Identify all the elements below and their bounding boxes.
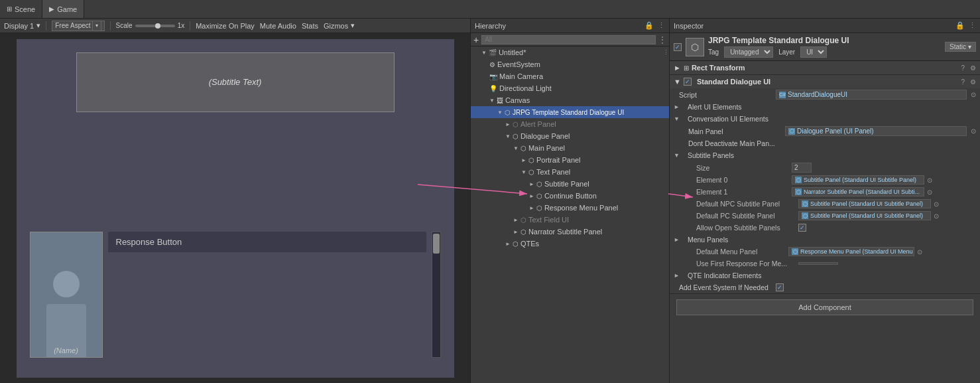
scale-slider[interactable] — [135, 25, 175, 27]
default-menu-value[interactable]: ⬡ Response Menu Panel (Standard UI Menu … — [788, 247, 914, 256]
hierarchy-item-responsemenupanel[interactable]: ► ⬡ Response Menu Panel — [471, 202, 669, 214]
hierarchy-item-canvas[interactable]: ▼ 🖼 Canvas — [471, 94, 669, 106]
avatar-head — [53, 271, 80, 297]
alert-ui-row[interactable]: ► Alert UI Elements — [670, 101, 980, 113]
scale-control[interactable]: Scale 1x — [116, 22, 185, 29]
response-button-1[interactable]: Response Button — [108, 232, 426, 252]
script-label: Script — [674, 91, 773, 99]
subtitle-panels-row[interactable]: ▼ Subtitle Panels — [670, 149, 980, 161]
add-component-button[interactable]: Add Component — [676, 299, 973, 315]
allow-open-label: Allow Open Subtitle Panels — [683, 224, 796, 232]
std-settings-icon[interactable]: ⚙ — [970, 78, 976, 86]
tab-scene[interactable]: ⊞ Scene — [0, 0, 42, 18]
game-panel: Display 1 ▾ Free Aspect ▾ Scale 1x Maxim… — [0, 19, 471, 383]
hierarchy-item-alertpanel[interactable]: ► ⬡ Alert Panel — [471, 118, 669, 130]
camera-icon: 📷 — [489, 73, 497, 80]
object-icon: ⬡ — [686, 38, 704, 56]
alert-expand-icon: ► — [674, 104, 680, 110]
hierarchy-toolbar: + ⋮ — [471, 33, 669, 46]
add-event-label: Add Event System If Needed — [674, 283, 773, 291]
hierarchy-item-directionallight[interactable]: 💡 Directional Light — [471, 82, 669, 94]
dialogue-icon: ⬡ — [513, 133, 519, 140]
hierarchy-item-narratorsubtitlepanel[interactable]: ► ⬡ Narrator Subtitle Panel — [471, 226, 669, 238]
toolbar-sep-1 — [46, 21, 46, 31]
maximize-on-play-button[interactable]: Maximize On Play — [196, 22, 255, 30]
tag-dropdown[interactable]: Untagged — [724, 46, 773, 58]
item-menu-icon: ⋮ — [663, 49, 669, 56]
hierarchy-item-subtitlepanel[interactable]: ► ⬡ Subtitle Panel — [471, 178, 669, 190]
hierarchy-item-jrpg[interactable]: ▼ ⬡ JRPG Template Standard Dialogue UI — [471, 106, 669, 118]
static-button[interactable]: Static ▾ — [945, 42, 976, 52]
std-active-checkbox[interactable] — [684, 78, 692, 86]
inspector-panel: Inspector 🔒 ⋮ ⬡ JRPG Template Standard D… — [670, 19, 980, 383]
main-panel-value[interactable]: ⬡ Dialogue Panel (UI Panel) — [785, 126, 967, 136]
hierarchy-item-qtes[interactable]: ► ⬡ QTEs — [471, 238, 669, 250]
response-scrollbar[interactable] — [432, 232, 441, 358]
add-event-checkbox[interactable] — [776, 283, 784, 291]
object-active-checkbox[interactable] — [674, 43, 682, 51]
subtitle-expand-icon: ► — [529, 181, 534, 187]
rect-question-icon[interactable]: ? — [961, 64, 965, 72]
hierarchy-item-textpanel[interactable]: ▼ ⬡ Text Panel — [471, 166, 669, 178]
default-npc-value[interactable]: ⬡ Subtitle Panel (Standard UI Subtitle P… — [798, 199, 931, 208]
rect-settings-icon[interactable]: ⚙ — [970, 64, 976, 72]
stats-button[interactable]: Stats — [302, 22, 318, 30]
element1-icon: ⬡ — [795, 189, 802, 195]
hierarchy-item-eventsystem[interactable]: ⚙ EventSystem — [471, 58, 669, 70]
hierarchy-item-mainpanel[interactable]: ▼ ⬡ Main Panel — [471, 142, 669, 154]
hierarchy-add-icon[interactable]: + — [473, 35, 479, 45]
hierarchy-item-textfieldui[interactable]: ► ⬡ Text Field UI — [471, 214, 669, 226]
rect-grid-icon: ⊞ — [684, 64, 689, 72]
default-npc-row: Default NPC Subtitle Panel ⬡ Subtitle Pa… — [670, 198, 980, 210]
inspector-lock-icon[interactable]: 🔒 — [955, 21, 965, 30]
menu-panels-row[interactable]: ► Menu Panels — [670, 234, 980, 246]
main-panel-icon: ⬡ — [521, 145, 526, 152]
use-first-row: Use First Response For Me... — [670, 258, 980, 269]
hierarchy-more-icon[interactable]: ⋮ — [658, 21, 665, 30]
display-selector[interactable]: Display 1 ▾ — [4, 21, 40, 30]
hierarchy-more2-icon[interactable]: ⋮ — [658, 35, 666, 44]
qte-row[interactable]: ► QTE Indicator Elements — [670, 269, 980, 281]
hierarchy-item-untitled[interactable]: ▼ 🎬 Untitled* ⋮ — [471, 46, 669, 58]
script-value[interactable]: C# StandardDialogueUI — [776, 90, 967, 100]
textfield-icon: ⬡ — [521, 216, 526, 224]
hierarchy-item-maincamera[interactable]: 📷 Main Camera — [471, 70, 669, 82]
gizmos-button[interactable]: Gizmos ▾ — [324, 21, 355, 30]
hierarchy-item-continuebutton[interactable]: ► ⬡ Continue Button — [471, 190, 669, 202]
element0-label: Element 0 — [683, 176, 789, 184]
element0-value[interactable]: ⬡ Subtitle Panel (Standard UI Subtitle P… — [792, 175, 924, 185]
layer-dropdown[interactable]: UI — [800, 46, 827, 58]
aspect-dropdown[interactable]: Free Aspect ▾ — [52, 21, 104, 31]
element1-label: Element 1 — [683, 188, 789, 196]
avatar-figure — [43, 264, 90, 357]
inspector-header: Inspector 🔒 ⋮ — [670, 19, 980, 33]
canvas-icon: 🖼 — [497, 97, 503, 104]
inspector-header-icons: 🔒 ⋮ — [955, 21, 976, 30]
hierarchy-lock-icon[interactable]: 🔒 — [644, 21, 654, 30]
std-question-icon[interactable]: ? — [961, 78, 965, 86]
mute-audio-button[interactable]: Mute Audio — [260, 22, 296, 30]
object-tags-row: Tag Untagged Layer UI — [708, 46, 941, 58]
default-npc-target-icon: ⊙ — [934, 200, 939, 208]
default-pc-value[interactable]: ⬡ Subtitle Panel (Standard UI Subtitle P… — [798, 211, 931, 220]
hierarchy-search[interactable] — [481, 35, 656, 44]
tab-game[interactable]: ▶ Game — [42, 0, 84, 18]
hierarchy-item-dialoguepanel[interactable]: ▼ ⬡ Dialogue Panel — [471, 130, 669, 142]
element1-value[interactable]: ⬡ Narrator Subtitle Panel (Standard UI S… — [792, 187, 924, 196]
element0-target-icon: ⊙ — [927, 177, 932, 184]
inspector-more-icon[interactable]: ⋮ — [969, 21, 976, 30]
allow-open-checkbox[interactable] — [798, 224, 806, 232]
main-panel-label: Main Panel — [683, 127, 782, 135]
use-first-value[interactable] — [798, 262, 838, 265]
standard-dialogue-header[interactable]: ▼ Standard Dialogue UI ? ⚙ — [670, 75, 980, 88]
canvas-expand-icon: ▼ — [489, 98, 495, 104]
rect-transform-section: ► ⊞ Rect Transform ? ⚙ — [670, 61, 980, 75]
subtitle-panels-expand-icon: ▼ — [674, 152, 680, 159]
size-input[interactable] — [792, 163, 812, 173]
scene-icon: ⊞ — [7, 5, 12, 13]
toolbar-sep-3 — [190, 21, 190, 31]
hierarchy-item-portraitpanel[interactable]: ► ⬡ Portrait Panel — [471, 154, 669, 166]
rect-transform-header[interactable]: ► ⊞ Rect Transform ? ⚙ — [670, 61, 980, 74]
conversation-ui-row[interactable]: ▼ Conversation UI Elements — [670, 113, 980, 125]
display-arrow-icon: ▾ — [36, 21, 40, 30]
